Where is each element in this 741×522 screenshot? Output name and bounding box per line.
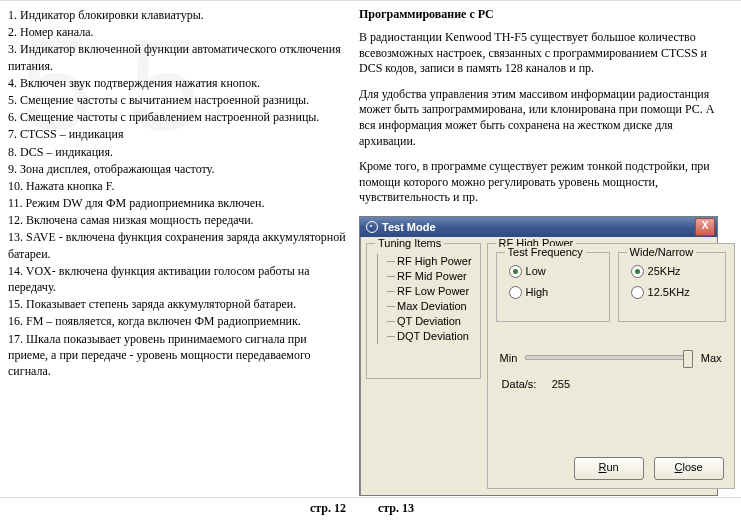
close-button[interactable]: Close xyxy=(654,457,724,480)
radio-high[interactable]: High xyxy=(509,286,601,299)
section-heading: Программирование с PC xyxy=(359,7,729,22)
group-legend: Wide/Narrow xyxy=(627,246,697,258)
radio-label: 12.5KHz xyxy=(648,286,690,298)
list-item: 8. DCS – индикация. xyxy=(8,144,347,160)
list-item: 14. VOX- включена функция активации голо… xyxy=(8,263,347,295)
paragraph: Кроме того, в программе существует режим… xyxy=(359,159,729,206)
radio-icon[interactable] xyxy=(631,286,644,299)
radio-icon[interactable] xyxy=(509,265,522,278)
radio-25khz[interactable]: 25KHz xyxy=(631,265,717,278)
test-mode-dialog: Test Mode X Tuning Items RF High Power R… xyxy=(359,216,718,496)
radio-label: Low xyxy=(526,265,546,277)
data-value: 255 xyxy=(552,378,570,390)
list-item: 3. Индикатор включенной функции автомати… xyxy=(8,41,347,73)
paragraph: В радиостанции Kenwood TH-F5 существует … xyxy=(359,30,729,77)
list-item: 6. Смещение частоты с прибавлением настр… xyxy=(8,109,347,125)
page-number-right: стр. 13 xyxy=(378,501,414,516)
page-number-left: стр. 12 xyxy=(310,501,346,516)
tree-node[interactable]: RF Mid Power xyxy=(397,270,467,282)
paragraph: Для удобства управления этим массивом ин… xyxy=(359,87,729,149)
tuning-items-group: Tuning Items RF High Power RF Mid Power … xyxy=(366,243,481,379)
tree-node[interactable]: RF Low Power xyxy=(397,285,469,297)
tree-node[interactable]: RF High Power xyxy=(397,255,472,267)
slider-max-label: Max xyxy=(701,352,722,364)
list-item: 1. Индикатор блокировки клавиатуры. xyxy=(8,7,347,23)
list-item: 17. Шкала показывает уровень принимаемог… xyxy=(8,331,347,380)
list-item: 11. Режим DW для ФМ радиоприемника включ… xyxy=(8,195,347,211)
radio-icon[interactable] xyxy=(509,286,522,299)
tree-node[interactable]: DQT Deviation xyxy=(397,330,469,342)
list-item: 4. Включен звук подтверждения нажатия кн… xyxy=(8,75,347,91)
radio-low[interactable]: Low xyxy=(509,265,601,278)
group-legend: Test Frequency xyxy=(505,246,586,258)
tree-node[interactable]: QT Deviation xyxy=(397,315,461,327)
power-slider[interactable] xyxy=(525,355,692,360)
tuning-tree[interactable]: RF High Power RF Mid Power RF Low Power … xyxy=(375,254,472,344)
data-label: Data/s: xyxy=(502,378,537,390)
rf-high-power-group: RF High Power Test Frequency Low High xyxy=(487,243,735,489)
list-item: 10. Нажата кнопка F. xyxy=(8,178,347,194)
test-frequency-group: Test Frequency Low High xyxy=(496,252,610,322)
run-button[interactable]: Run xyxy=(574,457,644,480)
radio-label: High xyxy=(526,286,549,298)
group-legend: Tuning Items xyxy=(375,237,444,249)
dialog-title: Test Mode xyxy=(382,221,436,233)
radio-label: 25KHz xyxy=(648,265,681,277)
slider-thumb[interactable] xyxy=(683,350,693,368)
radio-12-5khz[interactable]: 12.5KHz xyxy=(631,286,717,299)
radio-icon[interactable] xyxy=(631,265,644,278)
list-item: 9. Зона дисплея, отображающая частоту. xyxy=(8,161,347,177)
list-item: 12. Включена самая низкая мощность перед… xyxy=(8,212,347,228)
list-item: 13. SAVE - включена функция сохранения з… xyxy=(8,229,347,261)
list-item: 5. Смещение частоты с вычитанием настрое… xyxy=(8,92,347,108)
list-item: 16. FM – появляется, когда включен ФМ ра… xyxy=(8,313,347,329)
indicator-list: 1. Индикатор блокировки клавиатуры. 2. Н… xyxy=(8,7,347,379)
list-item: 2. Номер канала. xyxy=(8,24,347,40)
list-item: 7. CTCSS – индикация xyxy=(8,126,347,142)
close-icon[interactable]: X xyxy=(695,218,715,236)
wide-narrow-group: Wide/Narrow 25KHz 12.5KHz xyxy=(618,252,726,322)
app-icon xyxy=(366,221,378,233)
tree-node[interactable]: Max Deviation xyxy=(397,300,467,312)
dialog-titlebar[interactable]: Test Mode X xyxy=(360,217,717,237)
list-item: 15. Показывает степень заряда аккумулято… xyxy=(8,296,347,312)
slider-min-label: Min xyxy=(500,352,518,364)
